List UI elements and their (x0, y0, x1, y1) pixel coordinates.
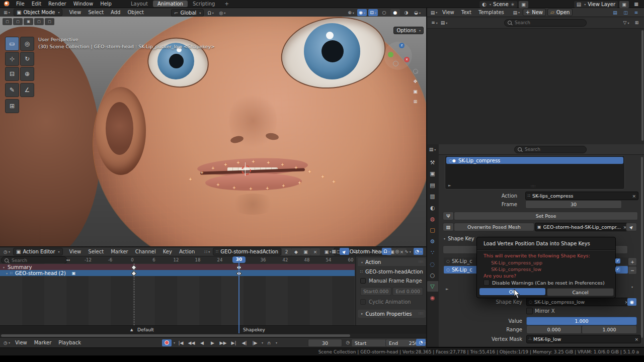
texteditor-menu-view[interactable]: View (439, 9, 458, 16)
pivot-icon[interactable]: ◔▾ (414, 248, 423, 255)
expand-search-icon[interactable]: ↔ (63, 256, 73, 263)
browse-action-icon[interactable]: ∷▾ (202, 248, 212, 255)
shading-wireframe-button[interactable]: ○ (379, 9, 389, 16)
properties-tab-constraints[interactable]: ○ (427, 270, 438, 281)
outliner-search-input[interactable] (514, 20, 583, 26)
value-slider[interactable]: 1.000 (526, 317, 637, 325)
play-reverse-button[interactable]: ◀ (197, 339, 207, 346)
new-text-button[interactable]: + New (523, 9, 546, 16)
channel-search-input[interactable] (11, 257, 64, 263)
tweak-option-icon[interactable]: ▢ (45, 18, 54, 25)
panel-grip-icon[interactable]: ∷∷ (419, 260, 423, 264)
fake-user-shield-icon[interactable]: ◆ (291, 248, 301, 255)
outliner-scrollbar[interactable] (641, 30, 643, 141)
properties-search-input[interactable] (524, 146, 583, 152)
subrow-checkbox-checked[interactable]: ✓ (615, 258, 620, 263)
blender-logo-icon[interactable] (4, 1, 10, 7)
outliner-display-mode-icon[interactable]: ≡▾ (430, 19, 439, 26)
workspace-tab-animation[interactable]: Animation (153, 1, 188, 7)
dopesheet-menu-view[interactable]: View (66, 248, 85, 255)
dopesheet-menu-channel[interactable]: Channel (132, 248, 159, 255)
custom-properties-panel-header[interactable]: ▸ Custom Properties ∷∷ (358, 310, 426, 318)
editor-type-icon[interactable]: ⊞▾ (2, 9, 12, 16)
list-expander-icon[interactable]: ► (448, 184, 451, 188)
select-box-tool[interactable]: ▭ (5, 37, 19, 51)
marker-default-label[interactable]: Default (137, 327, 154, 332)
properties-tab-object[interactable]: ▢ (427, 225, 438, 235)
marker-region[interactable]: ▲ Default Shapekey (0, 325, 426, 334)
options-button[interactable]: Options ▾ (393, 27, 424, 34)
texteditor-menu-text[interactable]: Text (458, 9, 475, 16)
only-selected-icon[interactable]: ▶ (340, 248, 349, 255)
pin-icon[interactable]: ∗ (511, 2, 515, 7)
topbar-menu-edit[interactable]: Edit (28, 0, 45, 8)
timeline-menu-marker[interactable]: Marker (31, 339, 55, 346)
tweak-option-icon[interactable]: ▢ (13, 18, 23, 25)
channel-object[interactable]: ▾ ∷ GEO-storm-head (2) ▣ (0, 270, 355, 276)
duplicate-action-icon[interactable]: ▣ (301, 248, 310, 255)
save-icon-button[interactable]: ▤ (443, 223, 454, 231)
transform-tool[interactable]: ⊕ (20, 67, 34, 81)
dopesheet-menu-key[interactable]: Key (159, 248, 176, 255)
prev-keyframe-button[interactable]: ◀◀ (187, 339, 196, 346)
viewport-menu-object[interactable]: Object (124, 9, 147, 16)
eyedropper-pick-button[interactable]: ▶ (626, 223, 637, 231)
viewport-menu-add[interactable]: Add (107, 9, 124, 16)
overwrite-posed-mesh-button[interactable]: Overwrite Posed Mesh (454, 223, 534, 231)
dopesheet-mode-selector[interactable]: ▣ Action Editor ▾ (13, 248, 63, 255)
new-view-layer-button[interactable]: ▣ (619, 1, 629, 8)
filter-icon[interactable]: ▽▾ (621, 19, 631, 26)
auto-keying-record-icon[interactable] (162, 339, 172, 346)
rotate-tool[interactable]: ↻ (20, 52, 34, 66)
word-wrap-toggle-icon[interactable]: ◫ (621, 9, 630, 16)
tweak-option-icon[interactable]: ▣ (24, 18, 33, 25)
shapekey-list-item-selected[interactable]: ◌● SK-Lip_compress (446, 157, 623, 164)
topbar-menu-help[interactable]: Help (97, 0, 115, 8)
axis-x-icon[interactable]: x (404, 57, 410, 62)
properties-tab-physics[interactable]: ◌ (427, 259, 438, 269)
unlink-action-icon[interactable]: × (310, 248, 320, 255)
action-panel-header[interactable]: ▾ Action ∷∷ (358, 258, 426, 266)
layered-icon[interactable]: ▦ (329, 248, 339, 255)
viewport-menu-select[interactable]: Select (85, 9, 107, 16)
window-layout-icon[interactable]: ▦ (631, 1, 641, 8)
properties-tab-world[interactable]: ◍ (427, 214, 438, 224)
properties-tab-output[interactable]: ▤ (427, 180, 438, 191)
proportional-icon[interactable]: ◎ (392, 248, 402, 255)
dopesheet-hscrollbar[interactable] (0, 334, 426, 337)
editor-type-icon[interactable]: ◷▾ (2, 248, 12, 255)
shading-solid-button[interactable]: ● (390, 9, 400, 16)
set-pose-armature-icon[interactable]: Ψ (443, 212, 454, 220)
subrow-checkbox-checked[interactable]: ✓ (615, 267, 620, 272)
properties-tab-view-layer[interactable]: ▥ (427, 191, 438, 202)
pan-hand-icon[interactable]: ✥ (411, 78, 420, 85)
manual-frame-range-checkbox[interactable] (360, 278, 366, 284)
dopesheet-ruler[interactable]: ↔ -12-6061218243642485460 (0, 256, 355, 264)
topbar-menu-window[interactable]: Window (70, 0, 97, 8)
open-text-button[interactable]: ▱ Open (547, 9, 573, 16)
editor-type-icon[interactable]: ▤▾ (429, 9, 439, 16)
viewport-canvas[interactable]: ++++++++++++++++++ ▢ ▢ ▣ ▢ ▢ ▭ ◎ ⊹ ↻ ⊟ ⊕ (0, 17, 426, 254)
topbar-menu-render[interactable]: Render (45, 0, 70, 8)
list-resize-grip[interactable]: ∷∷ (531, 185, 535, 189)
playhead-line[interactable] (238, 262, 239, 333)
shading-rendered-button[interactable]: ◒▾ (413, 9, 422, 16)
gizmos-toggle-icon[interactable]: ⊕▾ (346, 9, 356, 16)
outliner-search[interactable] (504, 19, 587, 27)
camera-view-icon[interactable]: ▣ (411, 88, 420, 95)
ok-button[interactable]: OK (479, 288, 545, 295)
text-browse-icon[interactable]: ▤▾ (512, 9, 521, 16)
range-max-field[interactable]: 1.000 (582, 325, 637, 334)
properties-tab-particles[interactable]: ∵ (427, 247, 438, 258)
properties-tab-modifiers[interactable]: ⚙ (427, 236, 438, 247)
shading-material-button[interactable]: ◑ (401, 9, 411, 16)
axis-z-icon[interactable]: z (399, 43, 405, 48)
texteditor-menu-templates[interactable]: Templates (475, 9, 508, 16)
view-layer-selector[interactable]: ▤ ▾ View Layer (574, 1, 618, 8)
properties-editor-type-icon[interactable]: ▤▾ (428, 146, 437, 153)
perspective-toggle-icon[interactable]: ⊞ (411, 98, 420, 105)
close-icon[interactable]: × (634, 337, 638, 342)
outliner-filter-mode-icon[interactable]: ▤▾ (439, 19, 449, 26)
set-pose-button[interactable]: Set Pose (454, 212, 638, 220)
properties-scrollbar[interactable] (641, 157, 643, 338)
